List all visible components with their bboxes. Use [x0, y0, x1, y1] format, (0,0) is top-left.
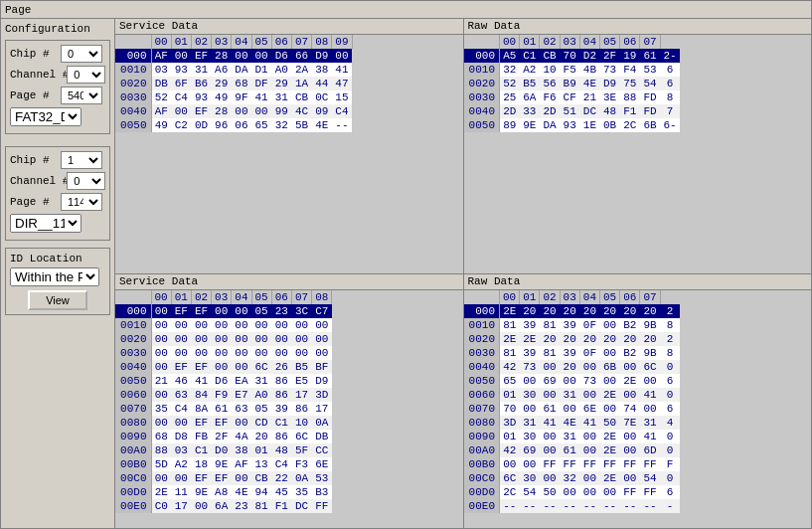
- data-cell: 32: [271, 118, 291, 132]
- table-row[interactable]: 00803D31414E41507E314: [464, 416, 681, 430]
- data-cell: 17: [171, 499, 191, 513]
- table-row[interactable]: 0050214641D6EA3186E5D9: [115, 374, 332, 388]
- table-row[interactable]: 000A5C1CB70D22F19612-: [464, 49, 681, 63]
- chip-select-top[interactable]: 0: [61, 45, 102, 63]
- data-cell: 00: [500, 457, 520, 471]
- addr-cell: 00D0: [464, 485, 500, 499]
- data-cell: EF: [191, 416, 211, 430]
- table-row[interactable]: 00B00000FFFFFFFFFFFFF: [464, 457, 681, 471]
- table-row[interactable]: 0070700061006E0074006: [464, 402, 681, 416]
- format-select-bottom[interactable]: DIR__1148: [10, 214, 81, 233]
- page-select-bottom[interactable]: 1148: [61, 193, 102, 211]
- raw-data-top-grid[interactable]: 00 01 02 03 04 05 06 07: [464, 35, 812, 273]
- channel-select-bottom[interactable]: 0: [67, 172, 105, 190]
- table-row[interactable]: 0010039331A6DAD1A02A3841: [115, 63, 352, 77]
- data-cell: 66: [291, 49, 311, 63]
- data-cell: 6: [660, 63, 680, 77]
- data-cell: E5: [291, 374, 311, 388]
- data-cell: 31: [191, 63, 211, 77]
- title-text: Page: [5, 4, 31, 16]
- table-row[interactable]: 00D02C5450000000FFFF6: [464, 485, 681, 499]
- data-cell: CF: [560, 90, 579, 104]
- table-row[interactable]: 005049C20D960665325B4E--: [115, 118, 352, 132]
- table-row[interactable]: 00C06C300032002E00540: [464, 471, 681, 485]
- data-cell: --: [600, 499, 620, 513]
- data-cell: 22: [271, 471, 291, 485]
- table-row[interactable]: 007035C48A616305398617: [115, 402, 332, 416]
- data-cell: A2: [171, 457, 191, 471]
- data-cell: 00: [291, 346, 311, 360]
- table-row[interactable]: 0020000000000000000000: [115, 332, 332, 346]
- raw-data-bottom-grid[interactable]: 00 01 02 03 04 05 06 07: [464, 290, 812, 529]
- table-row[interactable]: 0002E202020202020202: [464, 304, 681, 318]
- table-row[interactable]: 002052B556B94ED975546: [464, 77, 681, 90]
- data-cell: 86: [271, 374, 291, 388]
- addr-cell: 0040: [115, 104, 151, 118]
- data-cell: 0C: [312, 90, 332, 104]
- table-row[interactable]: 0030813981390F00B29B8: [464, 346, 681, 360]
- table-row[interactable]: 0050899EDA931E0B2C6B6-: [464, 118, 681, 132]
- service-data-top-grid[interactable]: 00 01 02 03 04 05 06 07: [115, 35, 463, 273]
- id-location-select[interactable]: Within the Page: [10, 267, 99, 286]
- data-cell: 31: [560, 388, 579, 402]
- col-01: 01: [171, 35, 191, 49]
- raw-data-top-grid-container: 00 01 02 03 04 05 06 07: [464, 35, 812, 273]
- table-row[interactable]: 00202E2E2020202020202: [464, 332, 681, 346]
- view-button[interactable]: View: [28, 290, 87, 310]
- table-row[interactable]: 009068D8FB2F4A20866CDB: [115, 430, 332, 443]
- data-cell: 61: [560, 443, 579, 457]
- data-cell: 2C: [620, 118, 640, 132]
- data-cell: 68: [151, 430, 171, 443]
- table-row[interactable]: 00506500690073002E006: [464, 374, 681, 388]
- table-row[interactable]: 00402D332D51DC48F1FD7: [464, 104, 681, 118]
- data-cell: 41: [191, 374, 211, 388]
- data-cell: FD: [640, 90, 660, 104]
- table-row[interactable]: 006001300031002E00410: [464, 388, 681, 402]
- table-row[interactable]: 00E0C017006A2381F1DCFF: [115, 499, 332, 513]
- service-data-top-title: Service Data: [115, 19, 463, 35]
- data-cell: FF: [540, 457, 560, 471]
- table-row[interactable]: 00C00000EFEF00CB220A53: [115, 471, 332, 485]
- data-cell: 00: [312, 318, 332, 332]
- page-select-top[interactable]: 54010: [61, 87, 102, 104]
- data-cell: DB: [312, 430, 332, 443]
- table-row[interactable]: 0040AF00EF280000994C09C4: [115, 104, 352, 118]
- table-row[interactable]: 0010813981390F00B29B8: [464, 318, 681, 332]
- table-row[interactable]: 00E0-----------------: [464, 499, 681, 513]
- data-cell: FB: [191, 430, 211, 443]
- table-row[interactable]: 00800000EFEF00CDC1100A: [115, 416, 332, 430]
- table-row[interactable]: 00A08803C1D03801485FCC: [115, 443, 332, 457]
- data-cell: 00: [212, 332, 232, 346]
- addr-cell: 0010: [115, 63, 151, 77]
- table-row[interactable]: 00A042690061002E006D0: [464, 443, 681, 457]
- service-data-bottom-grid[interactable]: 00 01 02 03 04 05 06 07: [115, 290, 463, 529]
- data-cell: C2: [171, 118, 191, 132]
- table-row[interactable]: 00000EFEF000005233CC7: [115, 304, 332, 318]
- data-cell: EF: [191, 304, 211, 318]
- data-cell: 20: [540, 304, 560, 318]
- table-row[interactable]: 003052C493499F4131CB0C15: [115, 90, 352, 104]
- bottom-service-body: 00000EFEF000005233CC70010000000000000000…: [115, 304, 332, 513]
- config-label: Configuration: [5, 23, 110, 35]
- chip-select-bottom[interactable]: 1: [61, 151, 102, 169]
- table-row[interactable]: 0030256AF6CF213E88FD8: [464, 90, 681, 104]
- data-cell: 00: [151, 332, 171, 346]
- data-cell: C4: [271, 457, 291, 471]
- table-row[interactable]: 004000EFEF00006C26B5BF: [115, 360, 332, 374]
- table-row[interactable]: 0010000000000000000000: [115, 318, 332, 332]
- channel-select-top[interactable]: 0: [67, 66, 105, 84]
- hex-header-top-service: 00 01 02 03 04 05 06 07: [115, 35, 352, 49]
- table-row[interactable]: 000AF00EF280000D666D900: [115, 49, 352, 63]
- table-row[interactable]: 001032A210F54B73F4536: [464, 63, 681, 77]
- table-row[interactable]: 0030000000000000000000: [115, 346, 332, 360]
- table-row[interactable]: 004042730020006B006C0: [464, 360, 681, 374]
- data-cell: 93: [560, 118, 579, 132]
- table-row[interactable]: 0020DB6FB62968DF291A4447: [115, 77, 352, 90]
- data-cell: 00: [191, 332, 211, 346]
- data-cell: 44: [312, 77, 332, 90]
- table-row[interactable]: 0060006384F9E7A086173D: [115, 388, 332, 402]
- table-row[interactable]: 009001300031002E00410: [464, 430, 681, 443]
- format-select-top[interactable]: FAT32_DBR_: [10, 107, 81, 126]
- table-row[interactable]: 00D02E119EA84E944535B3: [115, 485, 332, 499]
- table-row[interactable]: 00B05DA2189EAF13C4F36E: [115, 457, 332, 471]
